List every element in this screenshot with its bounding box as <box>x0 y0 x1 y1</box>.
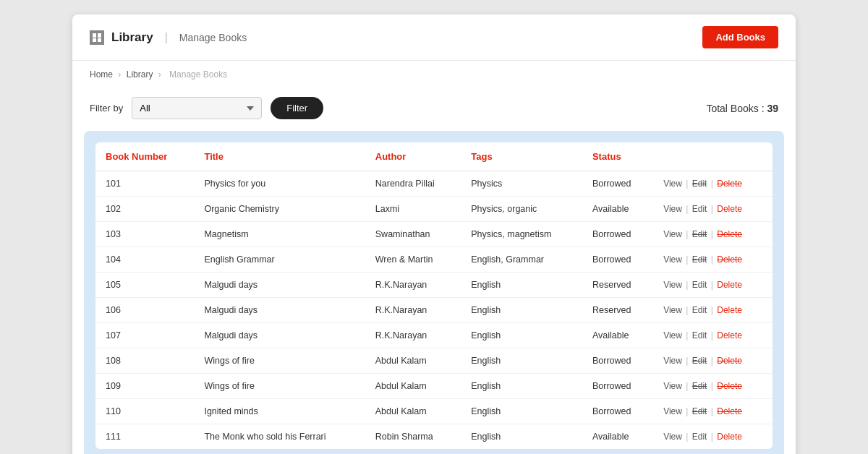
cell-tags: English <box>461 298 582 323</box>
action-delete-link[interactable]: Delete <box>717 432 742 442</box>
action-view-link[interactable]: View <box>663 229 682 239</box>
cell-title: Wings of fire <box>194 348 365 374</box>
cell-status: Reserved <box>582 298 653 323</box>
action-edit-link[interactable]: Edit <box>692 254 707 265</box>
breadcrumb-library[interactable]: Library <box>127 69 153 80</box>
action-edit-link[interactable]: Edit <box>692 280 707 290</box>
action-sep-1: | <box>684 406 691 416</box>
action-delete-link[interactable]: Delete <box>717 406 742 416</box>
filter-button[interactable]: Filter <box>271 97 323 119</box>
breadcrumb-sep-1: › <box>118 69 123 80</box>
action-view-link[interactable]: View <box>663 305 682 315</box>
action-view-link[interactable]: View <box>663 280 682 290</box>
cell-tags: English <box>461 348 582 374</box>
breadcrumb-current: Manage Books <box>169 69 227 80</box>
col-status: Status <box>582 142 653 171</box>
table-row: 108Wings of fireAbdul KalamEnglishBorrow… <box>95 348 773 374</box>
action-view-link[interactable]: View <box>663 204 682 214</box>
cell-book-number: 110 <box>95 399 194 424</box>
add-books-button[interactable]: Add Books <box>702 26 778 48</box>
cell-status: Available <box>582 323 653 348</box>
action-delete-link[interactable]: Delete <box>717 179 742 189</box>
filter-left: Filter by All Available Borrowed Reserve… <box>90 97 323 119</box>
cell-actions: View | Edit | Delete <box>653 424 773 450</box>
breadcrumb: Home › Library › Manage Books <box>72 61 796 85</box>
svg-rect-2 <box>93 38 96 42</box>
action-delete-link[interactable]: Delete <box>717 229 742 239</box>
action-sep-2: | <box>708 204 715 214</box>
cell-book-number: 111 <box>95 424 194 450</box>
action-view-link[interactable]: View <box>663 381 682 391</box>
action-edit-link[interactable]: Edit <box>692 356 707 366</box>
action-view-link[interactable]: View <box>663 406 682 416</box>
cell-tags: English <box>461 374 582 399</box>
cell-actions: View | Edit | Delete <box>653 171 773 197</box>
action-delete-link[interactable]: Delete <box>717 280 742 290</box>
action-view-link[interactable]: View <box>663 179 682 189</box>
cell-status: Borrowed <box>582 399 653 424</box>
cell-book-number: 107 <box>95 323 194 348</box>
action-sep-2: | <box>708 381 715 391</box>
action-sep-2: | <box>708 305 715 315</box>
action-delete-link[interactable]: Delete <box>717 254 742 265</box>
cell-status: Borrowed <box>582 222 653 247</box>
svg-rect-1 <box>98 33 101 38</box>
cell-status: Borrowed <box>582 348 653 374</box>
cell-status: Available <box>582 197 653 222</box>
library-icon <box>90 30 104 45</box>
filter-label: Filter by <box>90 103 123 113</box>
filter-select[interactable]: All Available Borrowed Reserved <box>132 97 262 119</box>
cell-author: R.K.Narayan <box>365 273 461 298</box>
cell-author: R.K.Narayan <box>365 298 461 323</box>
action-edit-link[interactable]: Edit <box>692 229 707 239</box>
table-row: 102Organic ChemistryLaxmiPhysics, organi… <box>95 197 773 222</box>
cell-status: Borrowed <box>582 171 653 197</box>
action-sep-2: | <box>708 356 715 366</box>
action-edit-link[interactable]: Edit <box>692 432 707 442</box>
action-edit-link[interactable]: Edit <box>692 305 707 315</box>
action-edit-link[interactable]: Edit <box>692 406 707 416</box>
action-edit-link[interactable]: Edit <box>692 179 707 189</box>
table-row: 103MagnetismSwaminathanPhysics, magnetis… <box>95 222 773 247</box>
action-view-link[interactable]: View <box>663 432 682 442</box>
col-tags: Tags <box>461 142 582 171</box>
total-books: Total Books : 39 <box>706 103 778 114</box>
cell-title: Physics for you <box>194 171 365 197</box>
cell-title: Magnetism <box>194 222 365 247</box>
action-view-link[interactable]: View <box>663 254 682 265</box>
action-delete-link[interactable]: Delete <box>717 305 742 315</box>
action-delete-link[interactable]: Delete <box>717 381 742 391</box>
app-title: Library <box>111 30 153 45</box>
action-sep-1: | <box>684 381 691 391</box>
action-view-link[interactable]: View <box>663 356 682 366</box>
cell-actions: View | Edit | Delete <box>653 222 773 247</box>
cell-author: Wren & Martin <box>365 247 461 273</box>
table-container: Book Number Title Author Tags Status 101… <box>84 131 784 454</box>
action-sep-2: | <box>708 254 715 265</box>
cell-book-number: 108 <box>95 348 194 374</box>
action-edit-link[interactable]: Edit <box>692 204 707 214</box>
cell-author: Abdul Kalam <box>365 348 461 374</box>
cell-tags: English, Grammar <box>461 247 582 273</box>
action-edit-link[interactable]: Edit <box>692 381 707 391</box>
cell-author: Laxmi <box>365 197 461 222</box>
breadcrumb-home[interactable]: Home <box>90 69 113 80</box>
action-edit-link[interactable]: Edit <box>692 330 707 340</box>
cell-title: The Monk who sold his Ferrari <box>194 424 365 450</box>
action-delete-link[interactable]: Delete <box>717 204 742 214</box>
col-title: Title <box>194 142 365 171</box>
cell-actions: View | Edit | Delete <box>653 399 773 424</box>
cell-actions: View | Edit | Delete <box>653 374 773 399</box>
cell-author: Abdul Kalam <box>365 374 461 399</box>
table-row: 105Malgudi daysR.K.NarayanEnglishReserve… <box>95 273 773 298</box>
action-view-link[interactable]: View <box>663 330 682 340</box>
action-delete-link[interactable]: Delete <box>717 330 742 340</box>
action-sep-2: | <box>708 179 715 189</box>
cell-status: Borrowed <box>582 247 653 273</box>
cell-book-number: 101 <box>95 171 194 197</box>
cell-actions: View | Edit | Delete <box>653 197 773 222</box>
col-actions <box>653 142 773 171</box>
cell-author: R.K.Narayan <box>365 323 461 348</box>
action-delete-link[interactable]: Delete <box>717 356 742 366</box>
cell-author: Swaminathan <box>365 222 461 247</box>
